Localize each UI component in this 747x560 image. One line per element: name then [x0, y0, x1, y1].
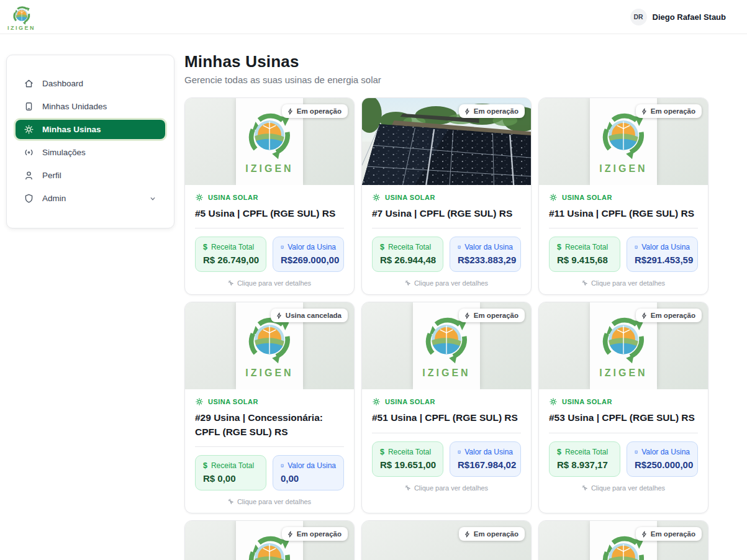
valor-value: R$233.883,29	[458, 255, 513, 265]
usina-card[interactable]: IZIGEN Em operação USINA SOLAR	[184, 97, 355, 295]
receita-value: R$ 26.944,48	[380, 255, 435, 265]
shield-icon	[24, 193, 34, 204]
card-media: IZIGEN Em operação	[539, 521, 708, 560]
status-badge: Em operação	[636, 527, 702, 541]
receita-label: Receita Total	[211, 461, 254, 470]
zap-icon	[464, 531, 471, 538]
usina-card[interactable]: IZIGEN Em operação USINA SOLAR	[361, 302, 532, 513]
cursor-click-icon	[405, 280, 411, 286]
receita-label-row: $ Receita Total	[203, 461, 258, 470]
card-cta-label: Clique para ver detalhes	[414, 279, 488, 287]
dollar-icon: $	[557, 243, 561, 251]
sidebar-item-minhas-usinas[interactable]: Minhas Usinas	[16, 120, 165, 139]
valor-box: Valor da Usina R$167.984,02	[450, 441, 521, 477]
receita-label: Receita Total	[211, 243, 254, 251]
usina-type: USINA SOLAR	[372, 397, 521, 406]
sidebar-item-minhas-unidades[interactable]: Minhas Unidades	[16, 97, 165, 116]
user-menu[interactable]: DR Diego Rafael Staub	[630, 9, 726, 25]
divider	[195, 228, 344, 228]
valor-label-row: Valor da Usina	[458, 243, 513, 251]
usina-card[interactable]: IZIGEN Em operação	[538, 520, 709, 560]
sidebar-item-admin[interactable]: Admin	[16, 189, 165, 208]
valor-label-row: Valor da Usina	[635, 448, 690, 456]
receita-box: $ Receita Total R$ 26.944,48	[372, 237, 443, 272]
receita-label: Receita Total	[388, 448, 431, 456]
valor-label: Valor da Usina	[464, 243, 513, 251]
chevron-down-icon	[148, 194, 157, 203]
valor-value: R$250.000,00	[635, 459, 690, 470]
receita-value: R$ 8.937,17	[557, 459, 612, 470]
status-badge-label: Em operação	[651, 107, 695, 115]
card-body: USINA SOLAR #5 Usina | CPFL (RGE SUL) RS…	[185, 185, 354, 294]
sun-icon	[195, 397, 204, 406]
receita-box: $ Receita Total R$ 0,00	[195, 455, 266, 490]
usina-title: #53 Usina | CPFL (RGE SUL) RS	[549, 411, 698, 425]
valor-value: R$269.000,00	[281, 255, 336, 265]
status-badge: Em operação	[459, 309, 525, 322]
card-stats: $ Receita Total R$ 9.415,68 Valor da Usi	[549, 237, 698, 272]
usina-type: USINA SOLAR	[549, 193, 698, 202]
valor-label-row: Valor da Usina	[281, 461, 336, 470]
card-media: IZIGEN Usina cancelada	[185, 302, 354, 389]
status-badge-label: Em operação	[651, 530, 695, 538]
usina-card[interactable]: IZIGEN Em operação	[184, 520, 355, 560]
usina-type-label: USINA SOLAR	[385, 194, 435, 201]
usina-type: USINA SOLAR	[195, 193, 344, 202]
usina-title: #51 Usina | CPFL (RGE SUL) RS	[372, 411, 521, 425]
status-badge: Em operação	[636, 309, 702, 322]
status-badge-label: Em operação	[651, 312, 695, 319]
usina-card[interactable]: IZIGEN Usina cancelada USINA SOLAR	[184, 302, 355, 513]
sidebar-item-label: Simulações	[42, 148, 86, 157]
app-logo[interactable]: IZIGEN	[7, 4, 35, 31]
usina-type-label: USINA SOLAR	[562, 194, 612, 201]
izigen-logo-text: IZIGEN	[599, 163, 647, 174]
valor-label: Valor da Usina	[287, 461, 336, 470]
divider	[372, 228, 521, 228]
valor-value: R$167.984,02	[458, 459, 513, 470]
zap-icon	[464, 108, 471, 115]
receita-box: $ Receita Total R$ 19.651,00	[372, 441, 443, 477]
page-title: Minhas Usinas	[184, 52, 709, 71]
usina-card[interactable]: IZIGEN Em operação USINA SOLAR	[361, 97, 532, 295]
card-cta-label: Clique para ver detalhes	[591, 279, 665, 287]
sidebar-item-perfil[interactable]: Perfil	[16, 166, 165, 185]
valor-box: Valor da Usina R$250.000,00	[627, 441, 698, 477]
receita-label-row: $ Receita Total	[557, 448, 612, 456]
receita-label-row: $ Receita Total	[380, 448, 435, 456]
app-header: IZIGEN DR Diego Rafael Staub	[0, 0, 747, 34]
sidebar-item-dashboard[interactable]: Dashboard	[16, 74, 165, 93]
card-body: USINA SOLAR #29 Usina | Concessionária: …	[185, 389, 354, 513]
sun-icon	[24, 124, 34, 135]
sidebar-item-simulacoes[interactable]: Simulações	[16, 143, 165, 162]
dollar-icon: $	[557, 448, 561, 456]
sidebar-item-label: Minhas Usinas	[42, 125, 101, 134]
usina-type: USINA SOLAR	[549, 397, 698, 406]
card-cta-label: Clique para ver detalhes	[237, 279, 311, 287]
status-badge: Em operação	[459, 527, 525, 541]
zap-icon	[641, 312, 648, 319]
receita-box: $ Receita Total R$ 26.749,00	[195, 237, 266, 272]
card-body: USINA SOLAR #11 Usina | CPFL (RGE SUL) R…	[539, 185, 708, 294]
usina-card[interactable]: IZIGEN Em operação USINA SOLAR	[538, 302, 709, 513]
usina-card[interactable]: IZIGEN Em operação	[361, 520, 532, 560]
dollar-icon: $	[203, 461, 207, 470]
card-stats: $ Receita Total R$ 19.651,00 Valor da Us	[372, 441, 521, 477]
divider	[195, 446, 344, 447]
building-icon	[635, 243, 638, 251]
building-icon	[281, 243, 284, 251]
avatar: DR	[630, 9, 647, 25]
usina-card[interactable]: IZIGEN Em operação USINA SOLAR	[538, 97, 709, 295]
units-icon	[24, 101, 34, 112]
usina-title: #29 Usina | Concessionária: CPFL (RGE SU…	[195, 411, 344, 439]
valor-label: Valor da Usina	[641, 448, 690, 456]
card-body: USINA SOLAR #7 Usina | CPFL (RGE SUL) RS…	[362, 185, 531, 294]
valor-box: Valor da Usina R$269.000,00	[273, 237, 344, 272]
user-name: Diego Rafael Staub	[653, 12, 726, 22]
dollar-icon: $	[203, 243, 207, 251]
divider	[549, 433, 698, 433]
usina-type: USINA SOLAR	[372, 193, 521, 202]
sun-icon	[549, 397, 558, 406]
status-badge: Em operação	[282, 527, 348, 541]
status-badge: Em operação	[282, 104, 348, 118]
valor-label: Valor da Usina	[641, 243, 690, 251]
